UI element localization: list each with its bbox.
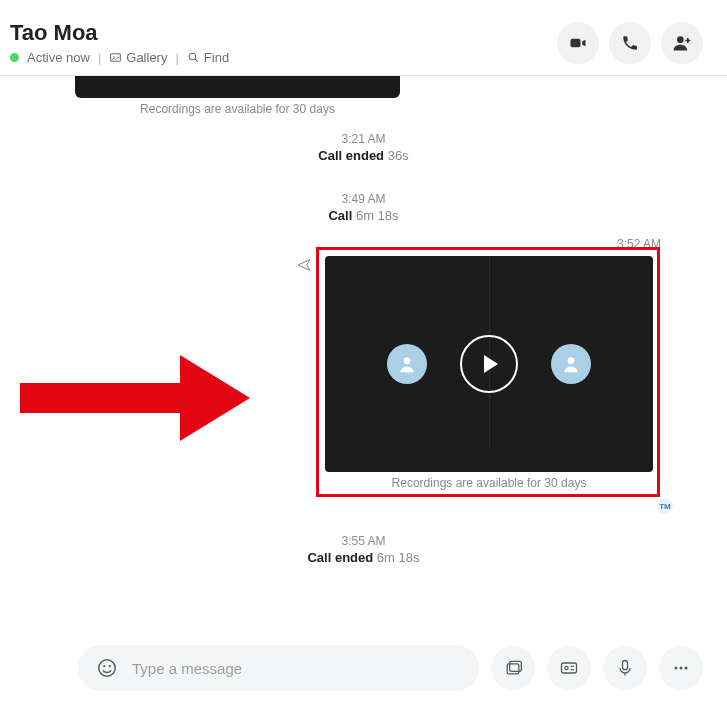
message-composer [0, 645, 727, 691]
presence-dot-icon [10, 53, 19, 62]
call-event: 3:49 AM Call 6m 18s [0, 192, 727, 223]
event-time: 3:49 AM [0, 192, 727, 206]
composer-input-wrapper [78, 645, 479, 691]
annotation-arrow [20, 355, 250, 441]
video-call-button[interactable] [557, 22, 599, 64]
recording-caption: Recordings are available for 30 days [75, 102, 400, 116]
svg-point-20 [680, 667, 683, 670]
add-participant-button[interactable] [661, 22, 703, 64]
svg-point-21 [685, 667, 688, 670]
forward-icon[interactable] [296, 257, 312, 273]
microphone-icon [615, 658, 635, 678]
header-actions [557, 22, 703, 64]
separator: | [175, 50, 178, 65]
person-add-icon [672, 33, 692, 53]
search-icon [187, 51, 200, 64]
event-label: Call ended [318, 148, 384, 163]
svg-point-7 [568, 357, 575, 364]
emoji-icon[interactable] [96, 657, 118, 679]
ellipsis-icon [671, 658, 691, 678]
more-options-button[interactable] [659, 646, 703, 690]
svg-line-3 [195, 59, 198, 62]
svg-point-10 [103, 665, 105, 667]
event-title: Call ended 6m 18s [0, 550, 727, 565]
message-input[interactable] [132, 660, 461, 677]
event-time: 3:55 AM [0, 534, 727, 548]
annotation-highlight-box: Recordings are available for 30 days [316, 247, 660, 497]
find-button[interactable]: Find [187, 50, 229, 65]
separator: | [98, 50, 101, 65]
event-duration: 6m 18s [356, 208, 399, 223]
svg-rect-14 [562, 663, 577, 673]
svg-point-5 [677, 36, 684, 43]
recording-watermark [644, 462, 645, 468]
event-time: 3:21 AM [0, 132, 727, 146]
voice-message-button[interactable] [603, 646, 647, 690]
contact-card-button[interactable] [547, 646, 591, 690]
event-label: Call ended [307, 550, 373, 565]
call-event: 3:55 AM Call ended 6m 18s [0, 534, 727, 565]
svg-point-6 [404, 357, 411, 364]
recording-thumbnail[interactable] [325, 256, 653, 472]
svg-rect-13 [510, 661, 522, 671]
gallery-label: Gallery [126, 50, 167, 65]
attach-media-button[interactable] [491, 646, 535, 690]
person-icon [397, 354, 417, 374]
find-label: Find [204, 50, 229, 65]
svg-point-9 [99, 660, 116, 677]
person-icon [561, 354, 581, 374]
svg-rect-12 [507, 664, 519, 674]
play-button[interactable] [460, 335, 518, 393]
video-camera-icon [568, 33, 588, 53]
audio-call-button[interactable] [609, 22, 651, 64]
gallery-button[interactable]: Gallery [109, 50, 167, 65]
header-left: Tao Moa Active now | Gallery | Find [10, 20, 229, 65]
event-label: Call [328, 208, 352, 223]
chat-header: Tao Moa Active now | Gallery | Find [0, 0, 727, 76]
gallery-icon [109, 51, 122, 64]
recording-thumbnail-partial[interactable] [75, 76, 400, 98]
svg-rect-18 [623, 661, 628, 670]
svg-point-2 [189, 53, 196, 60]
participant-avatar [387, 344, 427, 384]
event-duration: 6m 18s [377, 550, 420, 565]
contact-name[interactable]: Tao Moa [10, 20, 229, 46]
play-icon [484, 355, 498, 373]
svg-marker-8 [20, 355, 250, 441]
phone-icon [621, 34, 639, 52]
svg-rect-4 [571, 38, 581, 46]
svg-point-11 [109, 665, 111, 667]
chat-messages[interactable]: Recordings are available for 30 days 3:2… [0, 76, 727, 586]
recording-caption: Recordings are available for 30 days [325, 476, 653, 490]
svg-point-19 [675, 667, 678, 670]
call-event: 3:21 AM Call ended 36s [0, 132, 727, 163]
participant-avatar [551, 344, 591, 384]
sender-avatar-badge: TM [657, 498, 673, 514]
image-stack-icon [503, 658, 523, 678]
status-row: Active now | Gallery | Find [10, 50, 229, 65]
presence-text: Active now [27, 50, 90, 65]
event-title: Call 6m 18s [0, 208, 727, 223]
event-duration: 36s [388, 148, 409, 163]
contact-card-icon [559, 658, 579, 678]
event-title: Call ended 36s [0, 148, 727, 163]
svg-point-15 [565, 666, 568, 669]
